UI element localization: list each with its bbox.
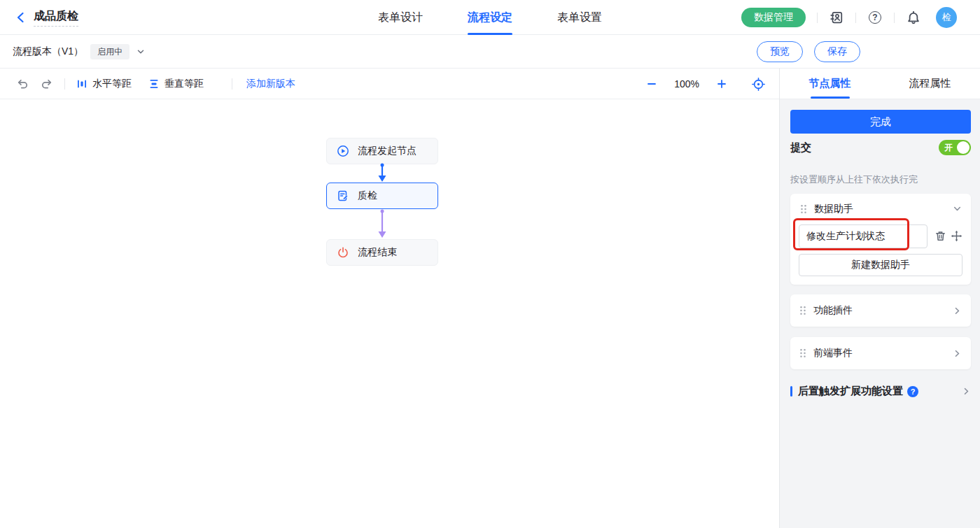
power-icon (337, 246, 349, 259)
drag-handle-icon[interactable] (800, 204, 807, 214)
data-assistant-section: 数据助手 修改生产计划状态 新建数据助手 (790, 194, 971, 285)
drag-handle-icon[interactable] (799, 348, 806, 358)
section-title: 前端事件 (813, 347, 853, 359)
distribute-vertical-icon (148, 78, 160, 90)
data-assistant-item[interactable]: 修改生产计划状态 (799, 224, 927, 248)
locate-center-icon[interactable] (751, 77, 765, 91)
collapse-section-icon[interactable] (953, 204, 962, 213)
tab-label: 流程设定 (468, 10, 512, 25)
distribute-vertical-label: 垂直等距 (164, 78, 204, 90)
header-left: 成品质检 (13, 0, 78, 35)
frontend-event-section[interactable]: 前端事件 (790, 337, 971, 369)
divider (855, 13, 856, 23)
help-glyph: ? (869, 11, 881, 24)
tab-form-design[interactable]: 表单设计 (378, 0, 423, 35)
post-trigger-settings[interactable]: 后置触发扩展功能设置 ? (790, 385, 971, 398)
canvas-toolbar: 水平等距 垂直等距 添加新版本 100% (0, 69, 779, 99)
chevron-right-icon (953, 349, 962, 358)
toolbar-left: 水平等距 垂直等距 添加新版本 (15, 69, 295, 99)
edge-qc-to-end (379, 210, 386, 238)
data-assistant-header: 数据助手 (800, 203, 853, 215)
save-button[interactable]: 保存 (814, 41, 860, 62)
active-tab-underline (811, 97, 850, 99)
divider (64, 78, 65, 90)
section-accent-bar (790, 386, 792, 397)
section-title: 数据助手 (814, 203, 853, 215)
question-circle-icon[interactable]: ? (907, 386, 918, 397)
form-edit-icon (337, 190, 349, 202)
finish-button[interactable]: 完成 (790, 110, 971, 134)
toolbar-zoom-controls: 100% (645, 69, 765, 99)
toggle-knob (957, 141, 969, 154)
version-info: 流程版本（V1） 启用中 (13, 35, 145, 69)
distribute-horizontal-label: 水平等距 (92, 78, 132, 90)
redo-icon[interactable] (39, 77, 53, 91)
drag-handle-icon[interactable] (799, 306, 806, 315)
header-right: 数据管理 ? 检 (741, 0, 957, 35)
chevron-down-icon (136, 48, 145, 56)
tab-label: 表单设置 (557, 10, 602, 25)
version-label: 流程版本（V1） (13, 45, 83, 58)
app: 成品质检 表单设计 流程设定 表单设置 数据管理 ? 检 流程版本（V (0, 0, 980, 528)
submit-label: 提交 (790, 141, 811, 155)
divider (817, 13, 818, 23)
status-badge: 启用中 (90, 44, 130, 59)
header-tabs: 表单设计 流程设定 表单设置 (378, 0, 602, 35)
tab-flow-setting[interactable]: 流程设定 (468, 0, 512, 35)
flow-canvas[interactable]: 流程发起节点 质检 流程结束 (0, 99, 779, 528)
move-icon[interactable] (951, 230, 962, 242)
distribute-horizontal-button[interactable]: 水平等距 (76, 78, 132, 90)
tab-node-properties[interactable]: 节点属性 (780, 69, 880, 99)
version-dropdown-toggle[interactable] (136, 48, 145, 56)
chevron-right-icon (953, 306, 962, 315)
chevron-left-icon (15, 12, 25, 23)
undo-icon[interactable] (15, 77, 29, 91)
chevron-right-icon (962, 387, 971, 396)
back-button[interactable] (13, 10, 28, 25)
zoom-in-icon[interactable] (715, 77, 729, 91)
version-bar: 流程版本（V1） 启用中 预览 保存 (0, 35, 980, 69)
notification-bell-icon[interactable] (906, 10, 921, 25)
data-manage-button[interactable]: 数据管理 (741, 8, 806, 27)
play-circle-icon (337, 145, 349, 157)
distribute-horizontal-icon (76, 78, 88, 90)
edge-start-to-qc (379, 164, 386, 183)
flow-edges (368, 162, 396, 323)
tab-form-setting[interactable]: 表单设置 (557, 0, 602, 35)
top-header: 成品质检 表单设计 流程设定 表单设置 数据管理 ? 检 (0, 0, 980, 35)
node-label: 流程发起节点 (358, 145, 416, 157)
execution-order-hint: 按设置顺序从上往下依次执行完 (790, 173, 918, 186)
preview-button[interactable]: 预览 (757, 41, 803, 62)
submit-toggle[interactable]: 开 (939, 140, 971, 155)
divider (894, 13, 895, 23)
properties-panel: 节点属性 流程属性 完成 提交 开 按设置顺序从上往下依次执行完 数据助手 修改… (779, 69, 980, 528)
post-trigger-title: 后置触发扩展功能设置 (798, 385, 903, 398)
tab-flow-properties[interactable]: 流程属性 (880, 69, 980, 99)
panel-tabs: 节点属性 流程属性 (780, 69, 980, 99)
contacts-icon[interactable] (829, 10, 844, 25)
tab-label: 表单设计 (378, 10, 423, 25)
page-title[interactable]: 成品质检 (34, 9, 78, 27)
tab-label: 节点属性 (809, 77, 851, 90)
delete-icon[interactable] (934, 230, 946, 242)
tab-label: 流程属性 (909, 77, 951, 90)
toggle-on-label: 开 (944, 143, 953, 152)
divider (232, 78, 232, 90)
user-avatar[interactable]: 检 (936, 7, 957, 28)
zoom-level: 100% (674, 78, 699, 90)
plugin-section[interactable]: 功能插件 (790, 294, 971, 327)
zoom-out-icon[interactable] (645, 77, 659, 91)
chevron-down-icon (953, 204, 962, 213)
section-title: 功能插件 (813, 304, 853, 317)
add-version-link[interactable]: 添加新版本 (246, 78, 295, 90)
new-data-assistant-button[interactable]: 新建数据助手 (799, 254, 962, 276)
help-icon[interactable]: ? (867, 10, 883, 25)
flow-node-start[interactable]: 流程发起节点 (326, 138, 438, 164)
distribute-vertical-button[interactable]: 垂直等距 (148, 78, 204, 90)
